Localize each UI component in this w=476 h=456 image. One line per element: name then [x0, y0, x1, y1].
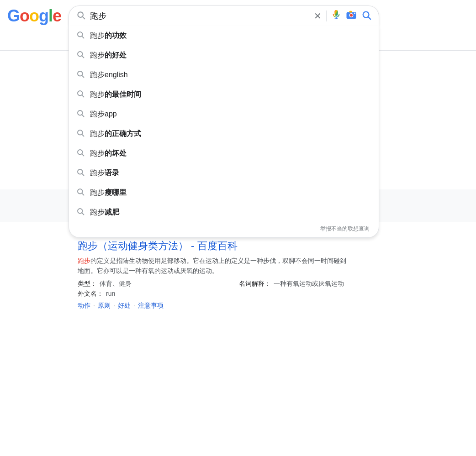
- ac-search-icon-5: [76, 129, 85, 139]
- ac-text-1: 跑步的好处: [90, 51, 127, 60]
- autocomplete-item-4[interactable]: 跑步app: [69, 105, 379, 124]
- autocomplete-footer: 举报不当的联想查询: [69, 222, 379, 237]
- svg-line-18: [82, 95, 84, 97]
- search-bar: ✕: [69, 5, 379, 26]
- search-input[interactable]: [90, 11, 309, 21]
- search-submit-icon[interactable]: [361, 10, 371, 22]
- svg-line-26: [82, 173, 84, 175]
- svg-line-12: [82, 36, 84, 38]
- fact-foreign-name: 外文名： run: [78, 290, 237, 298]
- ac-search-icon-7: [76, 168, 85, 178]
- autocomplete-item-2[interactable]: 跑步english: [69, 65, 379, 85]
- result-links: 动作 · 原则 · 好处 · 注意事项: [78, 302, 398, 310]
- ac-text-9: 跑步减肥: [90, 208, 119, 217]
- svg-point-6: [350, 14, 353, 17]
- autocomplete-dropdown: 跑步的功效 跑步的好处 跑步english 跑步的最佳时间: [69, 26, 379, 238]
- svg-line-14: [82, 56, 84, 58]
- autocomplete-item-0[interactable]: 跑步的功效: [69, 26, 379, 46]
- ac-search-icon-3: [76, 89, 85, 100]
- ac-text-5: 跑步的正确方式: [90, 129, 141, 139]
- clear-button[interactable]: ✕: [314, 10, 322, 21]
- autocomplete-item-6[interactable]: 跑步的坏处: [69, 144, 379, 163]
- svg-line-1: [83, 16, 85, 19]
- result-link-principle[interactable]: 原则: [98, 302, 111, 310]
- ac-search-icon-1: [76, 50, 85, 61]
- ac-text-4: 跑步app: [90, 110, 117, 119]
- svg-point-8: [354, 13, 355, 14]
- result-facts: 类型： 体育、健身 名词解释： 一种有氧运动或厌氧运动 外文名： run: [78, 280, 398, 298]
- google-logo: Google: [7, 6, 61, 26]
- svg-rect-7: [349, 11, 352, 13]
- report-link[interactable]: 举报不当的联想查询: [320, 225, 370, 233]
- ac-search-icon-4: [76, 109, 85, 120]
- svg-line-10: [368, 17, 370, 19]
- ac-text-6: 跑步的坏处: [90, 149, 127, 158]
- autocomplete-item-9[interactable]: 跑步减肥: [69, 203, 379, 222]
- ac-search-icon-8: [76, 188, 85, 198]
- autocomplete-item-7[interactable]: 跑步语录: [69, 163, 379, 183]
- ac-text-2: 跑步english: [90, 70, 128, 80]
- ac-text-0: 跑步的功效: [90, 31, 127, 41]
- snippet-highlight: 跑步: [78, 257, 90, 264]
- svg-line-16: [82, 75, 84, 77]
- ac-text-3: 跑步的最佳时间: [90, 90, 141, 100]
- svg-line-28: [82, 193, 84, 195]
- svg-line-22: [82, 134, 84, 136]
- ac-search-icon-0: [76, 31, 85, 41]
- autocomplete-item-3[interactable]: 跑步的最佳时间: [69, 85, 379, 105]
- ac-search-icon-2: [76, 70, 85, 80]
- result-title[interactable]: 跑步（运动健身类方法） - 百度百科: [78, 239, 398, 253]
- search-divider: [326, 10, 327, 21]
- fact-type: 类型： 体育、健身: [78, 280, 237, 288]
- result-snippet: 跑步的定义是指陆生动物使用足部移动。它在运动上的定义是一种步伐，双脚不会同一时间…: [78, 256, 398, 276]
- ac-search-icon-6: [76, 148, 85, 159]
- ac-text-8: 跑步瘦哪里: [90, 188, 127, 198]
- result-link-action[interactable]: 动作: [78, 302, 90, 310]
- header: Google ✕: [0, 0, 476, 26]
- search-icon-left: [76, 10, 85, 22]
- search-bar-container: ✕: [69, 5, 379, 26]
- svg-line-30: [82, 213, 84, 215]
- microphone-icon[interactable]: [331, 10, 341, 22]
- autocomplete-item-1[interactable]: 跑步的好处: [69, 46, 379, 65]
- result-link-benefits[interactable]: 好处: [118, 302, 131, 310]
- ac-text-7: 跑步语录: [90, 168, 119, 178]
- svg-line-24: [82, 154, 84, 156]
- result-link-notes[interactable]: 注意事项: [138, 302, 164, 310]
- camera-icon[interactable]: [346, 10, 357, 22]
- ac-search-icon-9: [76, 207, 85, 218]
- autocomplete-item-8[interactable]: 跑步瘦哪里: [69, 183, 379, 203]
- autocomplete-item-5[interactable]: 跑步的正确方式: [69, 124, 379, 144]
- fact-definition: 名词解释： 一种有氧运动或厌氧运动: [239, 280, 398, 288]
- svg-line-20: [82, 115, 84, 116]
